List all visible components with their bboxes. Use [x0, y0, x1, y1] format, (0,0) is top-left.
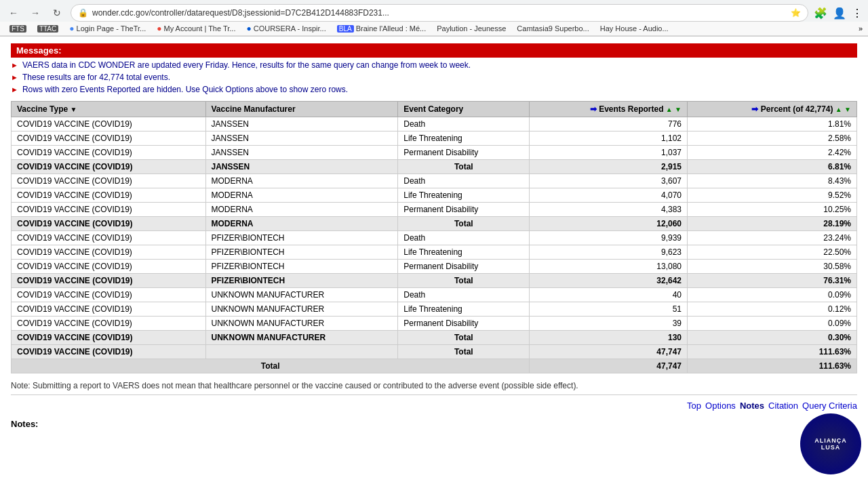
bookmark-coursera-icon: ●	[246, 24, 251, 33]
table-row: COVID19 VACCINE (COVID19) MODERNA Perman…	[12, 203, 857, 217]
back-button[interactable]: ←	[5, 5, 22, 21]
percent-up-icon: ▲	[835, 106, 842, 113]
message-text-3: Rows with zero Events Reported are hidde…	[22, 85, 348, 94]
browser-chrome: ← → ↻ 🔒 wonder.cdc.gov/controller/datare…	[0, 0, 868, 37]
footer-link-options[interactable]: Options	[705, 401, 736, 411]
message-arrow-1: ►	[11, 61, 18, 69]
sort-down-icon: ▼	[71, 106, 77, 113]
table-row: COVID19 VACCINE (COVID19) UNKNOWN MANUFA…	[12, 317, 857, 331]
table-row: COVID19 VACCINE (COVID19) UNKNOWN MANUFA…	[12, 331, 857, 345]
message-item-1: ► VAERS data in CDC WONDER are updated e…	[11, 59, 857, 71]
message-item-2: ► These results are for 42,774 total eve…	[11, 71, 857, 83]
table-row: COVID19 VACCINE (COVID19) MODERNA Total …	[12, 217, 857, 231]
bookmark-paylution[interactable]: Paylution - Jeunesse	[433, 24, 510, 33]
table-row: Total 47,747 111.63%	[12, 359, 857, 373]
bookmark-bla[interactable]: BLA Braine l'Alleud : Mé...	[333, 24, 431, 33]
table-header-row: Vaccine Type ▼ Vaccine Manufacturer Even…	[12, 102, 857, 117]
table-row: COVID19 VACCINE (COVID19) PFIZER\BIONTEC…	[12, 231, 857, 245]
table-row: COVID19 VACCINE (COVID19) PFIZER\BIONTEC…	[12, 274, 857, 288]
bookmark-coursera[interactable]: ● COURSERA - Inspir...	[242, 23, 330, 34]
watermark-logo: ALIANÇA LUSA	[800, 413, 861, 474]
message-text-2: These results are for 42,774 total event…	[22, 73, 170, 82]
table-row: COVID19 VACCINE (COVID19) PFIZER\BIONTEC…	[12, 260, 857, 274]
col-header-vaccine-manufacturer[interactable]: Vaccine Manufacturer	[205, 102, 398, 117]
table-row: COVID19 VACCINE (COVID19) MODERNA Death …	[12, 174, 857, 188]
col-header-vaccine-type[interactable]: Vaccine Type ▼	[12, 102, 206, 117]
table-row: COVID19 VACCINE (COVID19) JANSSEN Perman…	[12, 146, 857, 160]
col-header-event-category[interactable]: Event Category	[398, 102, 530, 117]
message-text-1: VAERS data in CDC WONDER are updated eve…	[22, 60, 471, 70]
footer-link-top[interactable]: Top	[687, 401, 701, 411]
message-arrow-2: ►	[11, 73, 18, 81]
data-table: Vaccine Type ▼ Vaccine Manufacturer Even…	[11, 101, 857, 373]
tab-bar: ← → ↻ 🔒 wonder.cdc.gov/controller/datare…	[0, 0, 868, 22]
table-row: COVID19 VACCINE (COVID19) UNKNOWN MANUFA…	[12, 302, 857, 317]
table-row: COVID19 VACCINE (COVID19) JANSSEN Death …	[12, 117, 857, 131]
bookmark-camtasia[interactable]: Camtasia9 Superbo...	[513, 24, 593, 33]
url-bar[interactable]: 🔒 wonder.cdc.gov/controller/datarequest/…	[71, 4, 808, 22]
bookmark-myaccount-icon: ●	[157, 24, 161, 33]
events-up-icon: ▲	[666, 106, 673, 113]
footer-links: Top Options Notes Citation Query Criteri…	[11, 394, 857, 416]
footer-link-notes[interactable]: Notes	[740, 401, 764, 411]
events-down-icon: ▼	[675, 106, 682, 113]
table-row: COVID19 VACCINE (COVID19) JANSSEN Total …	[12, 160, 857, 174]
bookmark-bla-icon: BLA	[337, 25, 354, 33]
bookmark-fts[interactable]: FTS	[5, 24, 31, 33]
url-text: wonder.cdc.gov/controller/datarequest/D8…	[92, 8, 787, 18]
more-bookmarks-icon[interactable]: »	[859, 24, 863, 33]
extensions-icon[interactable]: 🧩	[814, 7, 827, 20]
percent-arrow-icon: ➡	[751, 104, 758, 114]
bookmark-ttac-icon: TTAC	[37, 25, 58, 33]
events-arrow-icon: ➡	[590, 104, 597, 114]
percent-down-icon: ▼	[844, 106, 851, 113]
table-row: COVID19 VACCINE (COVID19) MODERNA Life T…	[12, 188, 857, 203]
bookmarks-bar: FTS TTAC ● Login Page - TheTr... ● My Ac…	[0, 22, 868, 36]
message-arrow-3: ►	[11, 85, 18, 94]
profile-icon[interactable]: 👤	[833, 7, 846, 20]
bookmark-myaccount[interactable]: ● My Account | The Tr...	[153, 23, 239, 34]
bookmark-login-icon: ●	[69, 24, 74, 33]
col-header-events-reported[interactable]: ➡ Events Reported ▲ ▼	[530, 102, 688, 117]
table-row: COVID19 VACCINE (COVID19) UNKNOWN MANUFA…	[12, 288, 857, 302]
reload-button[interactable]: ↻	[49, 5, 65, 21]
table-body: COVID19 VACCINE (COVID19) JANSSEN Death …	[12, 117, 857, 373]
bookmark-login[interactable]: ● Login Page - TheTr...	[65, 23, 150, 34]
message-item-3: ► Rows with zero Events Reported are hid…	[11, 83, 857, 96]
messages-header: Messages:	[11, 43, 857, 58]
bookmark-ttac[interactable]: TTAC	[33, 24, 62, 33]
note-text: Note: Submitting a report to VAERS does …	[11, 380, 857, 392]
col-header-percent[interactable]: ➡ Percent (of 42,774) ▲ ▼	[687, 102, 856, 117]
table-row: COVID19 VACCINE (COVID19) PFIZER\BIONTEC…	[12, 245, 857, 260]
table-row: COVID19 VACCINE (COVID19) Total 47,747 1…	[12, 345, 857, 359]
table-row: COVID19 VACCINE (COVID19) JANSSEN Life T…	[12, 131, 857, 146]
page-content: Messages: ► VAERS data in CDC WONDER are…	[0, 37, 868, 460]
forward-button[interactable]: →	[27, 5, 43, 21]
bottom-partial-header: Notes:	[11, 416, 857, 429]
bookmark-hayhouse[interactable]: Hay House - Audio...	[596, 24, 673, 33]
bookmark-fts-icon: FTS	[9, 25, 26, 33]
menu-icon[interactable]: ⋮	[852, 7, 863, 20]
footer-link-query-criteria[interactable]: Query Criteria	[802, 401, 857, 411]
footer-link-citation[interactable]: Citation	[768, 401, 798, 411]
